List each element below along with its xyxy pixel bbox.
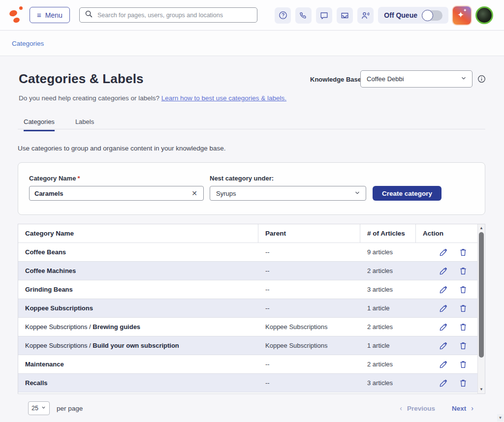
edit-button[interactable] [439,304,448,313]
table-scrollbar[interactable]: ▲ ▼ [477,224,485,393]
genesys-logo [9,6,24,25]
parent-cell: -- [258,248,360,256]
ai-assistant-button[interactable]: ✦ ✦ [453,6,471,25]
table-header-row: Category Name Parent # of Articles Actio… [18,224,477,243]
topbar-actions: Off Queue ✦ ✦ [275,6,493,24]
delete-button[interactable] [459,323,468,332]
off-queue-toggle[interactable] [422,10,442,21]
info-icon[interactable] [477,74,486,86]
category-name-input[interactable] [34,190,190,197]
breadcrumb[interactable]: Categories [12,40,44,47]
table-row[interactable]: Koppee Subscriptions / Brewing guides Ko… [18,318,477,336]
table-row[interactable]: Koppee Subscriptions / Build your own su… [18,336,477,355]
parent-cell: -- [258,286,360,293]
category-name-cell: Koppee Subscriptions [25,304,93,312]
delete-button[interactable] [459,341,468,350]
scroll-up-arrow[interactable]: ▲ [478,225,485,232]
articles-count-cell: 1 article [360,342,416,349]
breadcrumb-bar: Categories [0,31,504,56]
parent-cell: Koppee Subscriptions [258,342,360,349]
table-row[interactable]: Koppee Subscriptions -- 1 article [18,299,477,318]
parent-cell: -- [258,379,360,387]
sparkle-small-icon: ✦ [463,8,467,13]
menu-button[interactable]: ≡ Menu [30,7,70,23]
previous-page-button[interactable]: ‹ Previous [400,404,435,412]
agent-status-icon [361,11,370,20]
page-scroll-down-arrow[interactable]: ▼ [497,414,504,422]
table-row[interactable]: Coffee Beans -- 9 articles [18,243,477,262]
nest-category-label: Nest category under: [210,175,274,182]
delete-button[interactable] [459,379,468,388]
knowledge-base-select[interactable]: Coffee Debbi [360,70,472,88]
edit-button[interactable] [439,323,448,332]
inbox-icon [340,11,349,20]
clear-input-icon[interactable]: ✕ [190,189,198,197]
articles-count-cell: 2 articles [360,361,416,368]
edit-button[interactable] [439,267,448,275]
avatar[interactable] [475,6,493,24]
help-icon [278,10,288,20]
page-size-select[interactable]: 25 [28,401,50,415]
nest-category-value: Syrups [216,190,236,197]
column-header-articles: # of Articles [360,224,416,243]
table-body: Coffee Beans -- 9 articles Coffee Machin… [18,243,477,392]
per-page-label: per page [57,405,83,412]
table-row[interactable]: Grinding Beans -- 3 articles [18,280,477,299]
parent-cell: Koppee Subscriptions [258,323,360,331]
edit-button[interactable] [439,379,448,388]
required-marker: * [77,175,80,182]
phone-icon [299,11,308,20]
delete-button[interactable] [459,360,468,369]
section-description: Use categories to group and organise con… [18,145,226,152]
edit-button[interactable] [439,360,448,369]
category-name-field: ✕ [29,186,204,201]
inbox-button[interactable] [337,7,353,24]
table-row[interactable]: Recalls -- 3 articles [18,374,477,392]
edit-button[interactable] [439,341,448,350]
global-search[interactable] [79,7,257,23]
table-row[interactable]: Maintenance -- 2 articles [18,355,477,374]
nest-category-select[interactable]: Syrups [210,186,366,201]
category-name-cell: Brewing guides [93,323,140,331]
off-queue-toggle-group[interactable]: Off Queue [378,7,448,24]
chevron-down-icon [460,75,467,83]
search-input[interactable] [97,12,252,19]
table-row[interactable]: Coffee Machines -- 2 articles [18,262,477,280]
category-name-cell: Build your own subscription [93,342,179,349]
articles-count-cell: 3 articles [360,379,416,387]
delete-button[interactable] [459,248,468,257]
column-header-action: Action [416,230,477,237]
scrollbar-thumb[interactable] [479,232,484,358]
partially-visible-row [18,392,477,393]
hamburger-icon: ≡ [37,11,41,19]
agent-status-button[interactable] [357,7,374,24]
chat-button[interactable] [316,7,332,24]
pager: ‹ Previous Next › [400,404,473,412]
column-header-parent: Parent [258,224,360,243]
page-size-value: 25 [32,405,38,412]
articles-count-cell: 2 articles [360,323,416,331]
delete-button[interactable] [459,285,468,294]
create-category-button[interactable]: Create category [373,186,441,201]
delete-button[interactable] [459,267,468,275]
chevron-down-icon [41,405,46,412]
articles-count-cell: 1 article [360,304,416,312]
help-link[interactable]: Learn how to best use categories & label… [161,94,286,102]
next-page-button[interactable]: Next › [452,404,473,412]
knowledge-base-label: Knowledge Base [310,76,361,83]
category-name-cell: Grinding Beans [25,286,73,293]
phone-button[interactable] [295,7,312,24]
scroll-down-arrow[interactable]: ▼ [478,386,485,393]
articles-count-cell: 9 articles [360,248,416,256]
edit-button[interactable] [439,285,448,294]
chevron-left-icon: ‹ [400,404,402,412]
delete-button[interactable] [459,304,468,313]
help-button[interactable] [275,7,291,24]
category-name-label: Category Name* [29,175,80,182]
create-category-card: Category Name* Nest category under: ✕ Sy… [18,162,485,215]
edit-button[interactable] [439,248,448,257]
parent-cell: -- [258,361,360,368]
knowledge-base-value: Coffee Debbi [367,75,404,83]
parent-cell: -- [258,304,360,312]
chevron-down-icon [354,189,361,198]
